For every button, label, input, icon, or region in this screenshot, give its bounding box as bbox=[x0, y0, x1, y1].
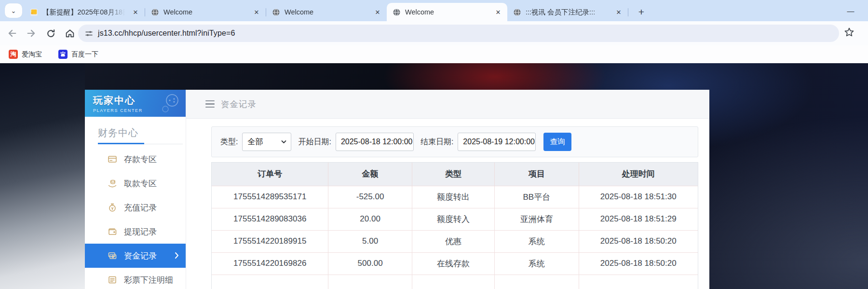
project-cell: 系统 bbox=[495, 230, 579, 252]
tab-betting-records[interactable]: :::视讯 会员下注纪录::: ✕ bbox=[507, 3, 628, 21]
tab-strip: ⌄ 【新提醒】2025年08月18日 2 ✕ Welcome ✕ bbox=[0, 0, 868, 21]
time-cell: 2025-08-18 18:51:30 bbox=[579, 186, 698, 208]
time-cell: 2025-08-18 18:50:20 bbox=[579, 252, 698, 275]
start-date-label: 开始日期: bbox=[298, 137, 331, 147]
funds-icon bbox=[108, 251, 117, 261]
sidebar-item-label: 充值记录 bbox=[124, 202, 157, 213]
type-cell: 额度转出 bbox=[412, 186, 494, 208]
tab-close-icon[interactable]: ✕ bbox=[373, 8, 382, 16]
sidebar-item-deposit-zone[interactable]: 存款专区 bbox=[85, 147, 186, 171]
funds-table: 订单号 金额 类型 项目 处理时间 1755514289535171 bbox=[211, 162, 698, 289]
sidebar-item-label: 取款专区 bbox=[124, 178, 157, 189]
url-text: js13.cc/hhcp/usercenter.html?iniType=6 bbox=[98, 29, 235, 38]
start-date-value: 2025-08-18 12:00:00 bbox=[341, 138, 413, 146]
sidebar-item-lottery-bet-details[interactable]: 彩票下注明细 bbox=[85, 268, 186, 289]
table-row: 1755514289535171 -525.00 额度转出 BB平台 2025-… bbox=[212, 186, 698, 208]
column-header-order-no: 订单号 bbox=[212, 163, 328, 186]
table-header-row: 订单号 金额 类型 项目 处理时间 bbox=[212, 163, 698, 186]
time-cell: 2025-08-18 18:51:29 bbox=[579, 208, 698, 230]
amount-cell: -525.00 bbox=[328, 186, 412, 208]
tab-close-icon[interactable]: ✕ bbox=[131, 8, 140, 16]
bookmark-aitaobao[interactable]: 淘 爱淘宝 bbox=[5, 48, 46, 61]
table-row: 1755514220189915 5.00 优惠 系统 2025-08-18 1… bbox=[212, 230, 698, 252]
content-area: 类型: 全部 开始日期: 2025-08-18 12:00:00 结束日期: bbox=[186, 119, 709, 289]
reload-icon[interactable] bbox=[43, 26, 58, 41]
table-row: 1755514220169826 500.00 在线存款 系统 2025-08-… bbox=[212, 252, 698, 275]
type-cell: 额度转入 bbox=[412, 208, 494, 230]
tab-close-icon[interactable]: ✕ bbox=[252, 8, 261, 16]
order-no-cell: 1755514220169826 bbox=[212, 252, 328, 275]
deposit-card-icon bbox=[108, 154, 117, 164]
page-header: 资金记录 bbox=[186, 90, 709, 119]
chevron-right-icon bbox=[175, 252, 179, 261]
filter-bar: 类型: 全部 开始日期: 2025-08-18 12:00:00 结束日期: bbox=[211, 126, 698, 157]
order-no-cell: 1755514289535171 bbox=[212, 186, 328, 208]
tab-welcome-2[interactable]: Welcome ✕ bbox=[266, 3, 387, 21]
bookmark-baidu[interactable]: 百度一下 bbox=[54, 48, 102, 61]
sidebar-menu: 存款专区 取款专区 充值记录 bbox=[85, 147, 186, 289]
tab-welcome-active[interactable]: Welcome ✕ bbox=[387, 3, 507, 21]
sidebar: 玩家中心 PLAYERS CENTER 财务中心 bbox=[85, 90, 186, 289]
new-tab-button[interactable]: + bbox=[635, 6, 648, 18]
tab-search-button[interactable]: ⌄ bbox=[5, 3, 22, 18]
end-date-input[interactable]: 2025-08-19 12:00:00 bbox=[458, 133, 536, 151]
main-content: 资金记录 类型: 全部 开始日期: 2025-08-18 12: bbox=[186, 90, 709, 289]
end-date-label: 结束日期: bbox=[420, 137, 453, 147]
sidebar-item-label: 存款专区 bbox=[124, 154, 157, 165]
column-header-amount: 金额 bbox=[328, 163, 412, 186]
project-cell: 系统 bbox=[495, 252, 579, 275]
forward-icon[interactable] bbox=[24, 26, 39, 41]
type-select[interactable]: 全部 bbox=[242, 133, 291, 151]
sidebar-item-withdraw-zone[interactable]: 取款专区 bbox=[85, 171, 186, 195]
page-title: 资金记录 bbox=[221, 98, 257, 110]
browser-window: ⌄ 【新提醒】2025年08月18日 2 ✕ Welcome ✕ bbox=[0, 0, 868, 289]
home-icon[interactable] bbox=[63, 26, 77, 41]
tab-title: :::视讯 会员下注纪录::: bbox=[526, 8, 610, 17]
chevron-down-icon bbox=[281, 140, 286, 144]
globe-icon bbox=[151, 8, 159, 16]
tab-title: Welcome bbox=[405, 8, 489, 16]
globe-icon bbox=[272, 8, 280, 16]
gamepad-icon bbox=[160, 93, 181, 116]
sidebar-item-label: 资金记录 bbox=[124, 250, 157, 261]
page-background-left bbox=[0, 63, 85, 289]
back-icon[interactable] bbox=[5, 26, 19, 41]
window-minimize-button[interactable]: — bbox=[844, 4, 857, 17]
type-cell: 在线存款 bbox=[412, 252, 494, 275]
search-button[interactable]: 查询 bbox=[543, 133, 571, 151]
column-header-type: 类型 bbox=[412, 163, 494, 186]
list-icon bbox=[108, 275, 117, 285]
type-select-value: 全部 bbox=[247, 137, 263, 147]
type-cell: 优惠 bbox=[412, 230, 494, 252]
sidebar-section: 财务中心 bbox=[85, 117, 186, 139]
wallet-icon bbox=[108, 227, 117, 236]
menu-icon[interactable] bbox=[205, 100, 215, 108]
type-label: 类型: bbox=[220, 137, 238, 147]
address-bar[interactable]: js13.cc/hhcp/usercenter.html?iniType=6 bbox=[78, 25, 839, 42]
sidebar-item-withdrawal-records[interactable]: 提现记录 bbox=[85, 220, 186, 244]
site-info-icon[interactable] bbox=[85, 29, 93, 38]
user-center-panel: 玩家中心 PLAYERS CENTER 财务中心 bbox=[85, 90, 709, 289]
page-viewport: 玩家中心 PLAYERS CENTER 财务中心 bbox=[0, 63, 868, 289]
tab-title: Welcome bbox=[285, 8, 369, 16]
tab-new-notice[interactable]: 【新提醒】2025年08月18日 2 ✕ bbox=[24, 3, 145, 21]
project-cell: 亚洲体育 bbox=[495, 208, 579, 230]
sidebar-item-label: 彩票下注明细 bbox=[124, 275, 173, 286]
tab-close-icon[interactable]: ✕ bbox=[494, 8, 502, 16]
sidebar-header: 玩家中心 PLAYERS CENTER bbox=[85, 90, 186, 117]
sidebar-item-funds-records[interactable]: 资金记录 bbox=[85, 244, 186, 268]
tab-welcome-1[interactable]: Welcome ✕ bbox=[145, 3, 266, 21]
chevron-down-icon: ⌄ bbox=[11, 7, 16, 14]
message-icon bbox=[30, 8, 38, 16]
sidebar-item-recharge-records[interactable]: 充值记录 bbox=[85, 195, 186, 220]
amount-cell: 20.00 bbox=[328, 208, 412, 230]
start-date-input[interactable]: 2025-08-18 12:00:00 bbox=[336, 133, 414, 151]
taobao-icon: 淘 bbox=[9, 50, 18, 59]
column-header-time: 处理时间 bbox=[579, 163, 698, 186]
tab-separator bbox=[628, 8, 628, 16]
finance-center-title: 财务中心 bbox=[98, 126, 186, 139]
globe-icon bbox=[513, 8, 521, 16]
bookmark-star-icon[interactable] bbox=[844, 27, 854, 40]
time-cell: 2025-08-18 18:50:20 bbox=[579, 230, 698, 252]
tab-close-icon[interactable]: ✕ bbox=[614, 8, 623, 16]
